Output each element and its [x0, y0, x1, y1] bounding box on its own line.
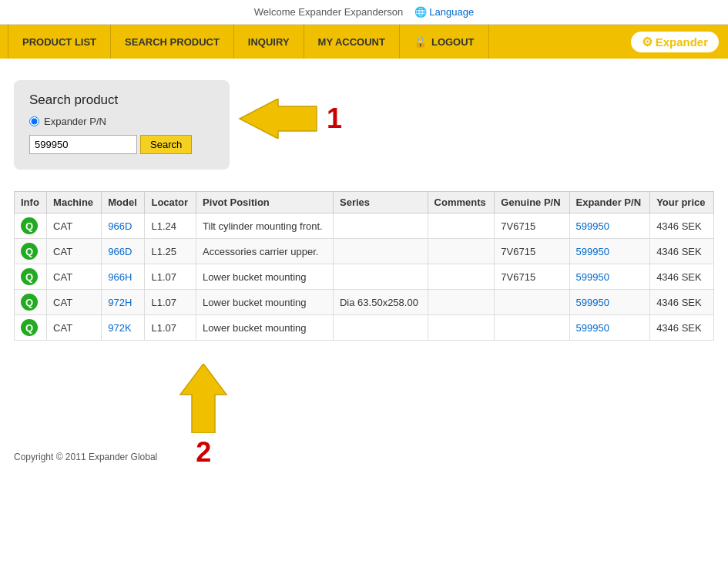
arrow1-svg	[236, 99, 320, 139]
expander-pn-link[interactable]: 599950	[576, 220, 609, 232]
col-comments: Comments	[428, 192, 495, 213]
cell-pivot: Lower bucket mounting	[196, 315, 334, 341]
cell-locator: L1.25	[145, 239, 196, 264]
cell-machine: CAT	[47, 290, 102, 315]
table-header-row: Info Machine Model Locator Pivot Positio…	[15, 192, 714, 213]
nav-my-account[interactable]: MY ACCOUNT	[304, 25, 400, 59]
col-pivot: Pivot Position	[196, 192, 334, 213]
footer-area: Copyright © 2011 Expander Global 2	[14, 364, 714, 469]
cell-series	[333, 239, 428, 264]
expander-pn-link[interactable]: 599950	[576, 322, 609, 334]
cell-genuine: 7V6715	[495, 264, 569, 290]
cell-machine: CAT	[47, 315, 102, 341]
cell-price: 4346 SEK	[650, 290, 714, 315]
cell-series: Dia 63.50x258.00	[333, 290, 428, 315]
radio-expander-pn[interactable]	[29, 116, 39, 126]
cell-comments	[428, 264, 495, 290]
cell-info[interactable]: Q	[15, 213, 47, 239]
expander-pn-link[interactable]: 599950	[576, 297, 609, 308]
cell-model[interactable]: 966H	[102, 264, 145, 290]
cell-expander[interactable]: 599950	[569, 264, 650, 290]
col-expander: Expander P/N	[569, 192, 650, 213]
cell-model[interactable]: 972K	[102, 315, 145, 341]
cell-series	[333, 315, 428, 341]
radio-row: Expander P/N	[29, 116, 214, 127]
cell-genuine: 7V6715	[495, 239, 569, 264]
nav-logout[interactable]: 🔒 LOGOUT	[400, 25, 489, 59]
expander-pn-link[interactable]: 599950	[576, 271, 609, 283]
cell-info[interactable]: Q	[15, 290, 47, 315]
col-model: Model	[102, 192, 145, 213]
cell-pivot: Tilt cylinder mounting front.	[196, 213, 334, 239]
annotation-1-label: 1	[327, 102, 342, 135]
search-panel: Search product Expander P/N Search	[14, 80, 230, 170]
col-locator: Locator	[145, 192, 196, 213]
search-input-row: Search	[29, 135, 214, 154]
info-icon[interactable]: Q	[21, 319, 38, 336]
cell-price: 4346 SEK	[650, 315, 714, 341]
cell-price: 4346 SEK	[650, 213, 714, 239]
search-input[interactable]	[29, 135, 137, 154]
cell-series	[333, 213, 428, 239]
cell-info[interactable]: Q	[15, 315, 47, 341]
nav-search-product[interactable]: SEARCH PRODUCT	[111, 25, 234, 59]
cell-expander[interactable]: 599950	[569, 239, 650, 264]
cell-expander[interactable]: 599950	[569, 315, 650, 341]
cell-machine: CAT	[47, 239, 102, 264]
svg-marker-1	[180, 364, 226, 433]
cell-genuine: 7V6715	[495, 213, 569, 239]
cell-model[interactable]: 966D	[102, 213, 145, 239]
info-icon[interactable]: Q	[21, 268, 38, 285]
cell-machine: CAT	[47, 264, 102, 290]
col-info: Info	[15, 192, 47, 213]
cell-locator: L1.07	[145, 264, 196, 290]
cell-expander[interactable]: 599950	[569, 290, 650, 315]
copyright-text: Copyright © 2011 Expander Global	[14, 452, 157, 462]
model-link[interactable]: 966D	[108, 220, 132, 232]
table-row: QCAT972HL1.07Lower bucket mountingDia 63…	[15, 290, 714, 315]
radio-label: Expander P/N	[44, 116, 106, 127]
cell-price: 4346 SEK	[650, 264, 714, 290]
results-section: Info Machine Model Locator Pivot Positio…	[14, 191, 714, 341]
cell-locator: L1.07	[145, 315, 196, 341]
cell-genuine	[495, 290, 569, 315]
cell-pivot: Lower bucket mounting	[196, 290, 334, 315]
col-price: Your price	[650, 192, 714, 213]
nav-inquiry[interactable]: INQUIRY	[234, 25, 304, 59]
search-button[interactable]: Search	[140, 135, 192, 154]
info-icon[interactable]: Q	[21, 294, 38, 311]
cell-pivot: Lower bucket mounting	[196, 264, 334, 290]
arrow2-svg	[173, 364, 234, 433]
model-link[interactable]: 972H	[108, 297, 132, 308]
cell-info[interactable]: Q	[15, 264, 47, 290]
col-series: Series	[333, 192, 428, 213]
model-link[interactable]: 972K	[108, 322, 131, 334]
table-row: QCAT966DL1.25Accessories carrier upper.7…	[15, 239, 714, 264]
col-machine: Machine	[47, 192, 102, 213]
top-bar: Welcome Expander Expanderson 🌐 Language	[0, 0, 728, 25]
info-icon[interactable]: Q	[21, 243, 38, 260]
welcome-text: Welcome Expander Expanderson	[254, 6, 403, 18]
cell-price: 4346 SEK	[650, 239, 714, 264]
cell-comments	[428, 239, 495, 264]
annotation-2-label: 2	[196, 436, 211, 469]
cell-expander[interactable]: 599950	[569, 213, 650, 239]
table-row: QCAT966HL1.07Lower bucket mounting7V6715…	[15, 264, 714, 290]
cell-machine: CAT	[47, 213, 102, 239]
language-link[interactable]: Language	[429, 6, 474, 18]
info-icon[interactable]: Q	[21, 217, 38, 234]
cell-model[interactable]: 972H	[102, 290, 145, 315]
cell-comments	[428, 315, 495, 341]
model-link[interactable]: 966D	[108, 246, 132, 257]
model-link[interactable]: 966H	[108, 271, 132, 283]
language-icon: 🌐	[414, 6, 427, 18]
cell-info[interactable]: Q	[15, 239, 47, 264]
nav-product-list[interactable]: PRODUCT LIST	[8, 25, 111, 59]
expander-pn-link[interactable]: 599950	[576, 246, 609, 257]
cell-comments	[428, 290, 495, 315]
cell-series	[333, 264, 428, 290]
gear-icon: ⚙	[642, 35, 653, 49]
cell-model[interactable]: 966D	[102, 239, 145, 264]
table-row: QCAT972KL1.07Lower bucket mounting599950…	[15, 315, 714, 341]
svg-marker-0	[240, 99, 317, 139]
